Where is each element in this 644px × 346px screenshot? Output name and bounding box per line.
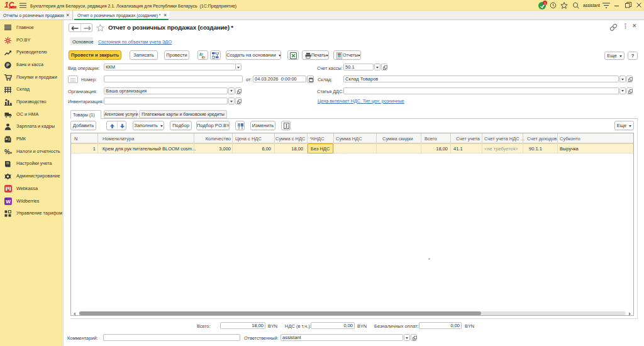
svg-text:Кт: Кт: [202, 55, 206, 59]
svg-text:1: 1: [544, 1, 546, 5]
